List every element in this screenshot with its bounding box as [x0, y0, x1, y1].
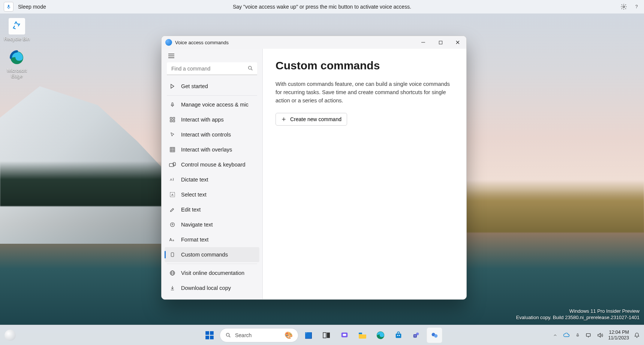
- nav-overlays[interactable]: Interact with overlays: [165, 142, 259, 157]
- nav-select[interactable]: A Select text: [165, 187, 259, 202]
- svg-rect-17: [170, 117, 172, 119]
- nav-manage[interactable]: Manage voice access & mic: [165, 97, 259, 112]
- nav-custom-commands[interactable]: Custom commands: [165, 247, 259, 262]
- svg-rect-40: [205, 331, 209, 335]
- nav-mouse-keyboard[interactable]: Control mouse & keyboard: [165, 157, 259, 172]
- taskbar-copilot[interactable]: 🟦: [301, 327, 316, 343]
- nav-label: Edit text: [181, 207, 201, 213]
- dictate-icon: A: [169, 176, 176, 183]
- desktop-icon-recycle-bin[interactable]: Recycle Bin: [2, 18, 31, 42]
- minimize-button[interactable]: [415, 36, 432, 49]
- svg-point-44: [226, 333, 229, 336]
- svg-rect-27: [173, 162, 176, 166]
- chat-icon: [340, 331, 349, 339]
- windows-watermark: Windows 11 Pro Insider Preview Evaluatio…: [516, 308, 640, 321]
- nav-format[interactable]: Aa Format text: [165, 232, 259, 247]
- svg-text:A: A: [171, 193, 174, 196]
- format-icon: Aa: [169, 236, 176, 243]
- minimize-icon: [421, 40, 425, 45]
- svg-rect-0: [8, 5, 9, 7]
- navigate-icon: [169, 221, 176, 228]
- download-icon: [169, 285, 176, 291]
- svg-point-2: [623, 6, 625, 8]
- nav-download[interactable]: Download local copy: [165, 280, 259, 296]
- window-title: Voice access commands: [175, 40, 229, 45]
- taskbar-task-view[interactable]: [319, 327, 334, 343]
- nav-get-started[interactable]: Get started: [165, 79, 259, 94]
- svg-rect-49: [343, 334, 346, 336]
- close-button[interactable]: [449, 36, 466, 49]
- edit-icon: [169, 206, 176, 213]
- svg-rect-6: [439, 41, 442, 44]
- cursor-icon: [169, 131, 176, 138]
- desktop-icon-label: Recycle Bin: [2, 36, 31, 42]
- chevron-up-icon: [553, 333, 557, 338]
- taskbar-edge[interactable]: [373, 327, 388, 343]
- recycle-icon: [12, 21, 22, 32]
- teams-icon: T: [412, 331, 421, 339]
- nav-apps[interactable]: Interact with apps: [165, 112, 259, 127]
- voice-help-button[interactable]: ?: [633, 3, 640, 10]
- svg-point-59: [434, 334, 437, 338]
- content-pane: Custom commands With custom commands fea…: [263, 49, 466, 299]
- tray-volume[interactable]: [597, 332, 604, 339]
- nav-edit[interactable]: Edit text: [165, 202, 259, 217]
- svg-rect-19: [170, 120, 172, 122]
- svg-text:T: T: [414, 334, 416, 338]
- taskbar-teams[interactable]: T: [409, 327, 424, 343]
- gear-icon: [620, 3, 627, 10]
- maximize-button[interactable]: [432, 36, 449, 49]
- taskbar-explorer[interactable]: [355, 327, 370, 343]
- tray-onedrive[interactable]: [563, 332, 570, 339]
- create-command-label: Create new command: [290, 116, 341, 122]
- taskbar-weather[interactable]: [4, 325, 16, 345]
- maximize-icon: [439, 40, 443, 45]
- voice-hint: Say "voice access wake up" or press the …: [233, 4, 411, 10]
- desktop-icon-edge[interactable]: Microsoft Edge: [2, 50, 31, 79]
- svg-text:?: ?: [635, 4, 638, 9]
- voice-mode-label: Sleep mode: [18, 4, 46, 10]
- cloud-icon: [563, 333, 570, 338]
- search-icon: [225, 332, 231, 338]
- voice-mic-button[interactable]: [4, 2, 13, 12]
- search-input[interactable]: [167, 62, 257, 75]
- create-command-button[interactable]: Create new command: [276, 113, 347, 126]
- taskbar-voice-access[interactable]: [427, 327, 442, 343]
- page-title: Custom commands: [276, 59, 454, 72]
- nav-toggle-button[interactable]: [166, 52, 177, 59]
- tray-overflow[interactable]: [552, 332, 559, 339]
- tray-notifications[interactable]: [634, 332, 640, 339]
- svg-rect-34: [171, 253, 174, 257]
- taskbar-clock[interactable]: 12:04 PM 11/1/2023: [608, 330, 629, 340]
- tray-mic[interactable]: [574, 332, 581, 339]
- taskbar-search[interactable]: Search 🎨: [220, 328, 298, 342]
- mic-icon: [169, 101, 176, 108]
- taskbar-store[interactable]: [391, 327, 406, 343]
- close-icon: [455, 40, 460, 45]
- nav-separator: [167, 264, 257, 264]
- window-titlebar[interactable]: Voice access commands: [162, 36, 466, 49]
- svg-rect-50: [359, 333, 362, 334]
- search-icon: [247, 65, 253, 71]
- system-tray: 12:04 PM 11/1/2023: [552, 325, 640, 345]
- tray-network[interactable]: [586, 332, 592, 339]
- clock-time: 12:04 PM: [608, 330, 629, 335]
- svg-marker-14: [171, 84, 174, 88]
- plus-icon: [281, 117, 286, 122]
- nav-navigate[interactable]: Navigate text: [165, 217, 259, 232]
- bell-icon: [634, 332, 640, 339]
- voice-settings-button[interactable]: [620, 3, 628, 10]
- nav-documentation[interactable]: Visit online documentation: [165, 266, 259, 280]
- nav-separator: [167, 95, 257, 96]
- nav-controls[interactable]: Interact with controls: [165, 127, 259, 142]
- watermark-line: Windows 11 Pro Insider Preview: [516, 308, 640, 315]
- svg-rect-52: [396, 333, 401, 338]
- weather-icon: [4, 330, 16, 341]
- edge-icon: [9, 50, 24, 65]
- nav-label: Visit online documentation: [181, 270, 244, 276]
- taskbar-chat[interactable]: [337, 327, 352, 343]
- store-icon: [394, 331, 403, 339]
- nav-dictate[interactable]: A Dictate text: [165, 172, 259, 187]
- start-button[interactable]: [202, 327, 217, 343]
- sidebar: Get started Manage voice access & mic In…: [162, 49, 263, 299]
